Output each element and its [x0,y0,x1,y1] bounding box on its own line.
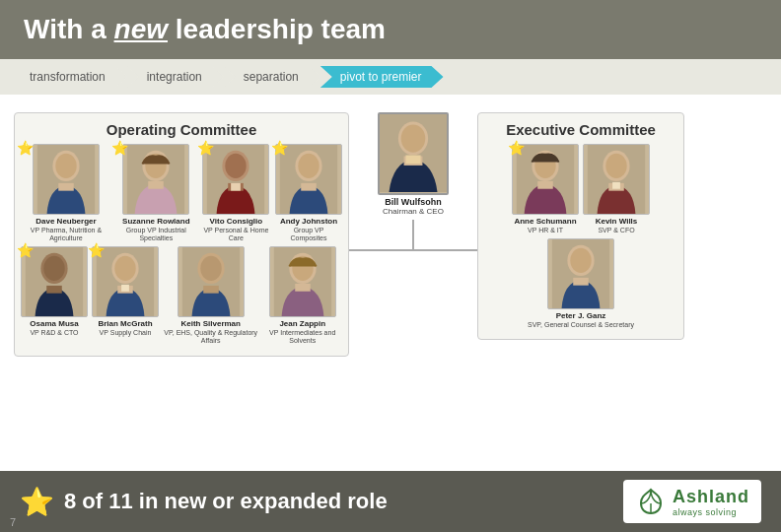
ashland-name-text: Ashland always solving [673,487,749,517]
svg-rect-51 [573,278,589,286]
svg-point-28 [200,256,221,281]
person-title-peter: SVP, General Counsel & Secretary [528,321,634,329]
svg-rect-16 [301,183,317,191]
star-icon-suzanne: ⭐ [111,140,128,156]
person-name-brian: Brian McGrath [98,319,152,329]
person-title-andy: Group VP Composites [275,227,342,243]
footer-star-icon: ⭐ [20,486,54,518]
person-photo-kevin [583,144,650,215]
person-title-suzanne: Group VP Industrial Specialties [115,227,197,243]
person-card-vito: ⭐ Vito Consiglio VP Personal & Home Care [201,144,271,242]
person-name-vito: Vito Consiglio [210,217,263,227]
operating-row-2: ⭐ Osama Musa VP R&D & CTO [21,246,342,345]
person-name-suzanne: Suzanne Rowland [122,217,189,227]
person-title-anne: VP HR & IT [528,227,563,234]
ceo-name: Bill Wulfsohn [385,197,441,207]
person-title-osama: VP R&D & CTO [30,329,78,337]
person-card-dave: ⭐ Dave Neuberger VP Pharma, Nutrition & … [21,144,111,242]
svg-rect-47 [612,182,620,189]
svg-rect-3 [58,183,74,191]
svg-rect-29 [203,286,219,294]
person-card-kevin: Kevin Wills SVP & CFO [583,144,650,234]
ceo-section: Bill Wulfsohn Chairman & CEO [349,102,477,251]
page-number: 7 [10,516,16,528]
person-title-jean: VP Intermediates and Solvents [262,329,342,346]
svg-point-23 [114,256,135,281]
ceo-photo [378,112,449,195]
svg-rect-33 [295,284,311,292]
footer-stat: ⭐ 8 of 11 in new or expanded role [20,486,388,518]
star-icon-dave: ⭐ [17,140,34,156]
svg-point-2 [55,154,76,178]
person-name-jean: Jean Zappin [279,319,325,329]
svg-point-36 [401,124,426,152]
svg-point-45 [605,154,626,178]
star-icon-brian: ⭐ [88,242,105,258]
person-title-brian: VP Supply Chain [100,329,152,337]
person-name-kevin: Kevin Wills [596,217,638,227]
person-card-keith: Keith Silverman VP, EHS, Quality & Regul… [163,246,258,345]
star-icon-vito: ⭐ [197,140,214,156]
person-title-kevin: SVP & CFO [598,227,634,234]
operating-committee-title: Operating Committee [21,121,342,138]
star-icon-anne: ⭐ [508,140,525,156]
person-card-jean: Jean Zappin VP Intermediates and Solvent… [262,246,342,345]
person-photo-keith [178,246,245,317]
svg-rect-20 [46,286,62,294]
person-name-keith: Keith Silverman [180,319,240,329]
svg-rect-12 [232,183,242,191]
svg-point-15 [298,154,319,178]
operating-committee-panel: Operating Committee ⭐ Da [14,112,349,357]
ceo-title: Chairman & CEO [383,207,444,216]
slide-title: With a new leadership team [24,14,386,45]
exec-row-1: ⭐ Anne Schumann VP HR & IT [484,144,677,234]
progress-step-separation: separation [224,66,320,88]
person-photo-dave [33,144,100,215]
person-photo-suzanne [122,144,189,215]
person-name-dave: Dave Neuberger [36,217,96,227]
svg-rect-38 [405,156,420,164]
person-card-peter: Peter J. Ganz SVP, General Counsel & Sec… [528,238,634,329]
ashland-logo-icon [635,486,667,517]
executive-committee-panel: Executive Committee ⭐ [477,112,684,340]
person-name-peter: Peter J. Ganz [556,311,606,321]
progress-step-transformation: transformation [16,66,127,88]
svg-point-50 [570,248,591,273]
header: With a new leadership team [0,0,781,59]
star-icon-osama: ⭐ [17,242,34,258]
svg-point-19 [43,256,64,281]
svg-rect-25 [121,285,129,292]
executive-committee-title: Executive Committee [484,121,677,138]
person-card-anne: ⭐ Anne Schumann VP HR & IT [512,144,579,234]
person-card-andy: ⭐ Andy Johnston Group VP Composites [275,144,342,242]
footer-bar: ⭐ 8 of 11 in new or expanded role Ashlan… [0,471,781,532]
progress-step-integration: integration [127,66,224,88]
operating-row-1: ⭐ Dave Neuberger VP Pharma, Nutrition & … [21,144,342,242]
ashland-logo: Ashland always solving [623,480,761,523]
slide: With a new leadership team transformatio… [0,0,781,532]
svg-rect-7 [149,181,165,189]
person-card-brian: ⭐ Brian McGrath VP Supply Chain [92,246,159,345]
exec-row-2: Peter J. Ganz SVP, General Counsel & Sec… [484,238,677,329]
progress-step-pivot: pivot to premier [320,66,444,88]
person-name-anne: Anne Schumann [514,217,576,227]
svg-point-10 [226,154,247,178]
person-card-suzanne: ⭐ Suzanne Rowland Group VP Industrial Sp… [115,144,197,242]
person-photo-jean [269,246,336,317]
person-photo-peter [547,238,614,309]
progress-bar: transformation integration separation pi… [0,59,781,95]
ceo-connector-h [349,249,477,251]
person-title-vito: VP Personal & Home Care [201,227,271,243]
person-title-keith: VP, EHS, Quality & Regulatory Affairs [163,329,258,346]
person-title-dave: VP Pharma, Nutrition & Agriculture [21,227,111,243]
footer-stat-text: 8 of 11 in new or expanded role [64,489,388,514]
person-name-andy: Andy Johnston [280,217,337,227]
person-name-osama: Osama Musa [30,319,78,329]
svg-rect-42 [537,181,553,189]
person-card-osama: ⭐ Osama Musa VP R&D & CTO [21,246,88,345]
ceo-connector-v [412,220,414,249]
star-icon-andy: ⭐ [271,140,288,156]
